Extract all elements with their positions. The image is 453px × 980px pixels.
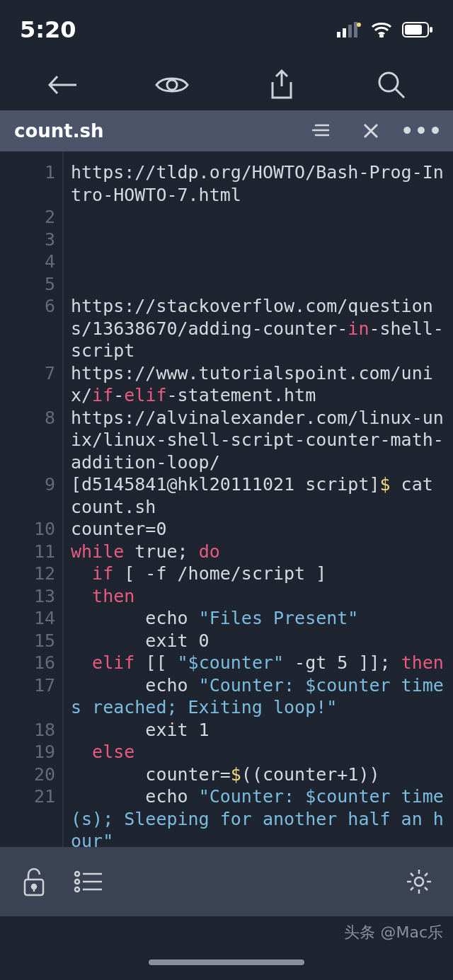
top-nav bbox=[0, 59, 453, 110]
svg-rect-7 bbox=[405, 25, 422, 35]
list-button[interactable] bbox=[71, 865, 105, 899]
tab-filename: count.sh bbox=[14, 120, 104, 142]
code-line: elif [[ "$counter" -gt 5 ]]; then bbox=[71, 652, 447, 674]
status-right bbox=[337, 16, 433, 43]
code-line: exit 1 bbox=[71, 719, 447, 742]
code-line: if [ -f /home/script ] bbox=[71, 563, 447, 585]
svg-point-16 bbox=[415, 877, 423, 886]
code-line: counter=0 bbox=[71, 518, 447, 541]
code-line: [d5145841@hkl20111021 script]$ cat count… bbox=[71, 473, 447, 518]
code-line: https://stackoverflow.com/questions/1363… bbox=[71, 295, 447, 362]
more-button[interactable]: ••• bbox=[405, 114, 439, 148]
svg-point-15 bbox=[75, 887, 79, 892]
code-line: https://alvinalexander.com/linux-unix/li… bbox=[71, 407, 447, 474]
code-line: echo "Counter: $counter times reached; E… bbox=[71, 674, 447, 719]
lock-button[interactable] bbox=[17, 865, 51, 899]
svg-point-5 bbox=[381, 35, 383, 38]
search-button[interactable] bbox=[374, 68, 408, 102]
svg-point-13 bbox=[75, 872, 79, 876]
outline-button[interactable] bbox=[303, 114, 337, 148]
tab-bar: count.sh ••• bbox=[0, 110, 453, 151]
wifi-icon bbox=[371, 16, 392, 43]
code-line bbox=[71, 250, 447, 273]
home-indicator bbox=[149, 959, 304, 965]
status-time: 5:20 bbox=[20, 16, 76, 43]
svg-point-12 bbox=[32, 884, 36, 889]
code-line: while true; do bbox=[71, 541, 447, 563]
svg-point-10 bbox=[379, 73, 398, 91]
preview-button[interactable] bbox=[155, 68, 189, 102]
bottom-bar bbox=[0, 847, 453, 916]
code-area[interactable]: https://tldp.org/HOWTO/Bash-Prog-Intro-H… bbox=[64, 151, 453, 847]
code-line: https://www.tutorialspoint.com/unix/if-e… bbox=[71, 362, 447, 407]
svg-point-9 bbox=[167, 80, 177, 90]
svg-rect-8 bbox=[430, 27, 432, 33]
code-line: https://tldp.org/HOWTO/Bash-Prog-Intro-H… bbox=[71, 161, 447, 206]
line-gutter: 1 23456 7 8 9 1011121314151617 18192021 … bbox=[0, 151, 64, 847]
svg-rect-2 bbox=[348, 25, 352, 38]
settings-button[interactable] bbox=[402, 865, 436, 899]
editor[interactable]: 1 23456 7 8 9 1011121314151617 18192021 … bbox=[0, 151, 453, 847]
cellular-icon bbox=[337, 16, 361, 43]
back-button[interactable] bbox=[45, 68, 79, 102]
watermark: 头条 @Mac乐 bbox=[344, 922, 443, 943]
code-line: echo "Counter: $counter time(s); Sleepin… bbox=[71, 785, 447, 847]
battery-icon bbox=[402, 16, 433, 43]
status-bar: 5:20 bbox=[0, 0, 453, 59]
svg-point-4 bbox=[357, 23, 361, 27]
close-tab-button[interactable] bbox=[354, 114, 388, 148]
code-line: counter=$((counter+1)) bbox=[71, 763, 447, 786]
code-line bbox=[71, 229, 447, 251]
code-line: echo "Files Present" bbox=[71, 607, 447, 630]
code-line: exit 0 bbox=[71, 630, 447, 652]
svg-rect-1 bbox=[343, 28, 346, 38]
code-line: else bbox=[71, 741, 447, 763]
code-line bbox=[71, 273, 447, 296]
code-line: then bbox=[71, 585, 447, 608]
code-line bbox=[71, 206, 447, 229]
share-button[interactable] bbox=[265, 68, 299, 102]
svg-point-14 bbox=[75, 880, 79, 884]
svg-rect-0 bbox=[337, 32, 340, 38]
